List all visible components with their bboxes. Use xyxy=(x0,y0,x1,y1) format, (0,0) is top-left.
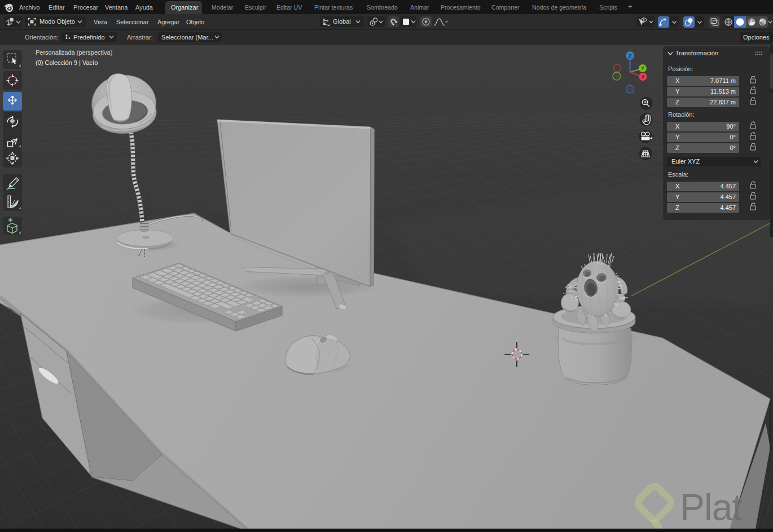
svg-text:Plat: Plat xyxy=(680,486,742,528)
svg-text:Y: Y xyxy=(641,65,644,71)
svg-text:X: X xyxy=(642,74,645,80)
svg-text:Z: Z xyxy=(629,53,632,59)
